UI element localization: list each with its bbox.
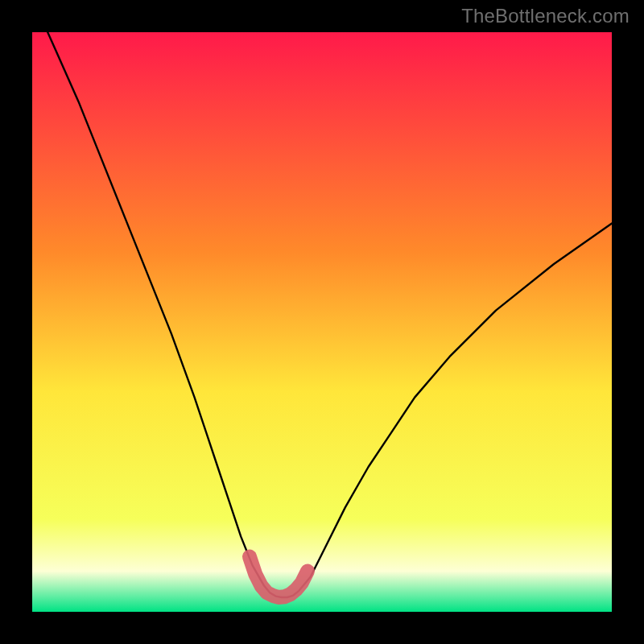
bottleneck-chart bbox=[32, 32, 612, 612]
watermark-text: TheBottleneck.com bbox=[461, 5, 630, 27]
chart-frame: TheBottleneck.com bbox=[0, 0, 644, 644]
gradient-background bbox=[32, 32, 612, 612]
